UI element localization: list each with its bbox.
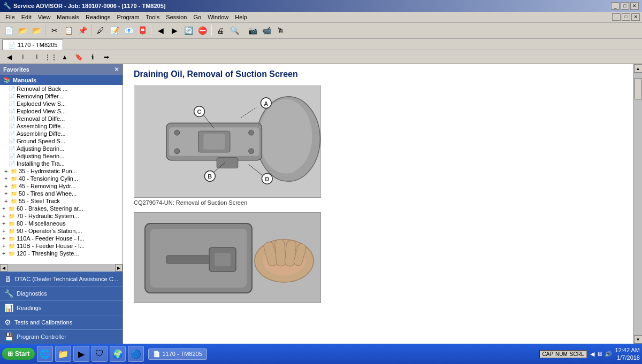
taskbar-folder-icon[interactable]: 📁 (55, 346, 71, 362)
scroll-thumb[interactable] (635, 78, 642, 99)
toolbar-new[interactable]: 📄 (2, 24, 15, 37)
tree-item[interactable]: +📁50 - Tires and Whee... (0, 190, 123, 197)
tree-item[interactable]: 📄Installing the Tra... (0, 160, 123, 167)
scroll-left[interactable]: ◀ (0, 264, 7, 272)
restore-button[interactable]: □ (621, 2, 629, 10)
taskbar-shield-icon[interactable]: 🛡 (91, 346, 108, 362)
sec-bookmark[interactable]: 🔖 (73, 52, 85, 63)
toolbar-camera[interactable]: 📷 (246, 24, 259, 37)
tree-item[interactable]: +📁35 - Hydrostatic Pun... (0, 167, 123, 175)
scroll-up-arrow[interactable]: ▲ (634, 64, 643, 73)
nav-program-controller[interactable]: 💾 Program Controller (0, 329, 123, 344)
sec-back[interactable]: ◀ (3, 52, 15, 63)
scroll-track[interactable] (634, 73, 643, 335)
tree-item[interactable]: +📁55 - Steel Track (0, 197, 123, 205)
tree-item[interactable]: 📄Removal of Back ... (0, 85, 123, 92)
tree-area[interactable]: 📄Removal of Back ... 📄Removing Differ...… (0, 85, 123, 264)
start-label: Start (15, 350, 29, 358)
sec-up3[interactable]: ▲ (59, 52, 71, 63)
arrow-icon: ◀ (590, 351, 594, 358)
menu-file[interactable]: File (2, 13, 18, 21)
tree-item[interactable]: 📄Removing Differ... (0, 92, 123, 100)
menu-help[interactable]: Help (232, 13, 250, 21)
program-controller-icon: 💾 (4, 332, 13, 341)
tree-item[interactable]: +📁110A - Feeder House - I... (0, 235, 123, 242)
toolbar-back[interactable]: ◀ (154, 24, 167, 37)
start-button[interactable]: ⊞ Start (2, 348, 35, 360)
menu-view[interactable]: View (35, 13, 54, 21)
sec-up2[interactable]: I (31, 52, 43, 63)
tree-item[interactable]: +📁45 - Removing Hydr... (0, 182, 123, 190)
tree-item[interactable]: 📄Adjusting Bearin... (0, 145, 123, 152)
toolbar-cut[interactable]: ✂ (48, 24, 61, 37)
taskbar-media-icon[interactable]: ▶ (73, 346, 89, 362)
tree-item[interactable]: 📄Adjusting Bearin... (0, 152, 123, 160)
taskbar-ie-icon[interactable]: 🌐 (37, 346, 53, 362)
tab-manual[interactable]: 📄 1170 - TM8205 (2, 40, 63, 50)
toolbar-btn5[interactable]: 🖊 (94, 24, 107, 37)
toolbar-paste[interactable]: 📌 (76, 24, 89, 37)
nav-dtac[interactable]: 🖥 DTAC (Dealer Technical Assistance C... (0, 272, 123, 286)
taskbar-ball-icon[interactable]: 🔵 (128, 346, 144, 362)
inner-close[interactable]: ✕ (631, 13, 640, 21)
toolbar-refresh[interactable]: 🔄 (182, 24, 195, 37)
toolbar-video[interactable]: 📹 (260, 24, 273, 37)
toolbar-btn7[interactable]: 📧 (122, 24, 135, 37)
sec-arrow[interactable]: ➡ (101, 52, 112, 63)
tree-item[interactable]: +📁40 - Tensioning Cylin... (0, 175, 123, 182)
toolbar-btn6[interactable]: 📝 (108, 24, 121, 37)
toolbar-zoom[interactable]: 🔍 (228, 24, 241, 37)
sec-info[interactable]: ℹ (87, 52, 98, 63)
tree-item[interactable]: +📁70 - Hydraulic System... (0, 212, 123, 220)
manuals-icon: 📚 (3, 76, 11, 83)
tree-item[interactable]: 📄Ground Speed S... (0, 137, 123, 145)
menu-go[interactable]: Go (190, 13, 204, 21)
toolbar-sep2 (91, 25, 92, 36)
horiz-track[interactable] (7, 264, 115, 272)
nav-readings[interactable]: 📊 Readings (0, 300, 123, 315)
menu-window[interactable]: Window (204, 13, 232, 21)
tree-item[interactable]: +📁90 - Operator's Station,... (0, 227, 123, 235)
tree-item[interactable]: 📄Assembling Diffe... (0, 130, 123, 137)
tree-item[interactable]: +📁110B - Feeder House - I... (0, 242, 123, 250)
tree-item[interactable]: +📁60 - Brakes, Steering ar... (0, 205, 123, 212)
content-scrollbar[interactable]: ▲ ▼ (633, 64, 642, 344)
menu-readings[interactable]: Readings (82, 13, 113, 21)
menu-program[interactable]: Program (113, 13, 142, 21)
inner-restore[interactable]: □ (622, 13, 630, 21)
inner-minimize[interactable]: _ (612, 13, 621, 21)
nav-diagnostics[interactable]: 🔧 Diagnostics (0, 286, 123, 300)
tree-item[interactable]: 📄Exploded View S... (0, 107, 123, 115)
horiz-scroll[interactable]: ◀ ▶ (0, 264, 123, 272)
toolbar-copy[interactable]: 📋 (62, 24, 75, 37)
tree-item[interactable]: +📁80 - Miscellaneous (0, 220, 123, 227)
sidebar-close-btn[interactable]: ✕ (114, 66, 119, 73)
taskbar-web-icon[interactable]: 🌍 (110, 346, 126, 362)
nav-tests-calibrations[interactable]: ⚙ Tests and Calibrations (0, 315, 123, 329)
sec-nav[interactable]: ⋮⋮ (45, 52, 57, 63)
menu-edit[interactable]: Edit (18, 13, 35, 21)
content-area[interactable]: Draining Oil, Removal of Suction Screen (123, 64, 633, 344)
toolbar-forward[interactable]: ▶ (168, 24, 181, 37)
toolbar-print[interactable]: 🖨 (214, 24, 227, 37)
minimize-button[interactable]: _ (611, 2, 620, 10)
favorites-header[interactable]: Favorites ✕ (0, 64, 123, 75)
toolbar-btn8[interactable]: 📮 (136, 24, 149, 37)
sec-up1[interactable]: I (17, 52, 29, 63)
manuals-header[interactable]: 📚 Manuals (0, 75, 123, 85)
toolbar-open[interactable]: 📂 (16, 24, 29, 37)
active-app-button[interactable]: 📄 1170 - TM8205 (148, 348, 207, 360)
tree-item[interactable]: 📄Assembling Diffe... (0, 122, 123, 130)
toolbar-cursor[interactable]: 🖱 (274, 24, 287, 37)
toolbar-open2[interactable]: 📂 (30, 24, 43, 37)
scroll-right[interactable]: ▶ (115, 264, 123, 272)
menu-tools[interactable]: Tools (143, 13, 163, 21)
menu-session[interactable]: Session (163, 13, 190, 21)
scroll-down-arrow[interactable]: ▼ (634, 335, 643, 344)
toolbar-stop[interactable]: ⛔ (196, 24, 209, 37)
tree-item[interactable]: 📄Removal of Diffe... (0, 115, 123, 122)
tree-item[interactable]: +📁120 - Threshing Syste... (0, 250, 123, 257)
tree-item[interactable]: 📄Exploded View S... (0, 100, 123, 107)
close-button[interactable]: ✕ (630, 2, 639, 10)
menu-manuals[interactable]: Manuals (54, 13, 82, 21)
